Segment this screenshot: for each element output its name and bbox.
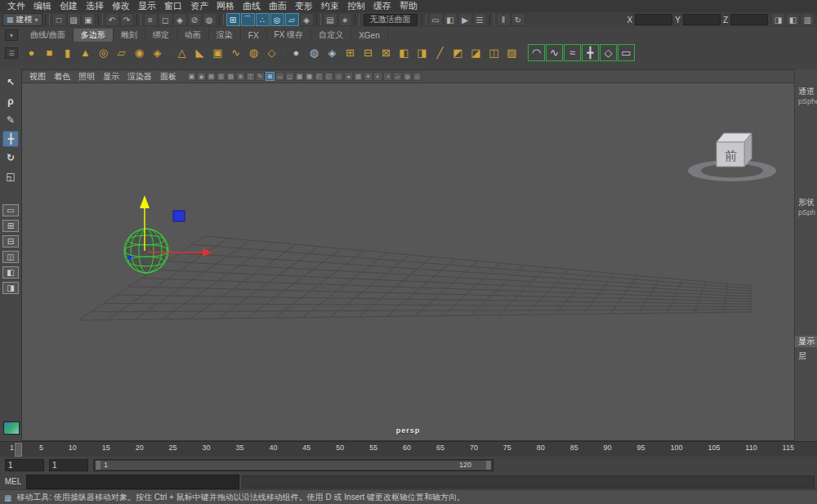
channel-box-toggle-icon[interactable]: ▥ [801,13,815,26]
range-slider[interactable]: 1 120 [93,459,493,471]
poly-cone-icon[interactable]: ▲ [77,44,94,61]
shelf-tab-rendering[interactable]: 渲染 [209,29,241,42]
relax-brush-icon[interactable]: ≈ [564,44,581,61]
bevel-icon[interactable]: ◪ [467,44,484,61]
isolate-select-icon[interactable]: ◎ [413,72,422,81]
shelf-tab-sculpt[interactable]: 雕刻 [114,29,145,42]
shelf-tab-fx[interactable]: FX [241,29,267,42]
menu-item[interactable]: 窗口 [160,0,186,12]
range-slider-range[interactable] [96,461,491,470]
menu-item[interactable]: 创建 [56,0,82,12]
image-plane-icon[interactable]: ▧ [226,72,235,81]
menu-item[interactable]: 修改 [108,0,134,12]
panel-menu-item[interactable]: 照明 [74,71,99,83]
grid-toggle-icon[interactable]: ⊞ [266,72,275,81]
layout-two-pane-side-icon[interactable]: ◫ [2,251,19,263]
select-hierarchy-icon[interactable]: ≡ [144,13,158,26]
render-frame-icon[interactable]: ▭ [429,13,443,26]
layout-four-pane-icon[interactable]: ⊞ [2,220,19,232]
shelf-tab-animation[interactable]: 动画 [177,29,209,42]
time-slider[interactable]: 1510152025303540455055606570758085909510… [0,441,817,458]
resolution-gate-icon[interactable]: ◻ [285,72,294,81]
menu-item[interactable]: 网格 [212,0,239,12]
poly-cylinder-icon[interactable]: ▮ [59,44,76,61]
menu-item[interactable]: 变形 [291,0,317,12]
menu-item[interactable]: 编辑 [29,0,56,12]
sculpt-tool-icon[interactable]: ◠ [528,44,545,61]
tool-settings-toggle-icon[interactable]: ◧ [786,13,800,26]
view-cube-gizmo[interactable]: 前 [688,133,776,181]
lock-camera-icon[interactable]: ◉ [197,72,206,81]
layout-two-pane-stacked-icon[interactable]: ⊟ [2,235,19,248]
display-tab[interactable]: 显示 [795,336,817,347]
open-scene-icon[interactable]: ▨ [67,13,81,26]
combine-icon[interactable]: ⊞ [342,44,359,61]
outliner-persp-layout-icon[interactable] [3,421,20,435]
panel-menu-item[interactable]: 显示 [99,71,123,83]
snap-to-point-icon[interactable]: ∴ [256,13,270,26]
boolean-difference-icon[interactable]: ◨ [413,44,431,61]
highlight-selection-icon[interactable]: ◍ [203,13,217,26]
menu-item[interactable]: 帮助 [395,0,422,12]
scale-tool-icon[interactable]: ◱ [2,168,19,185]
refresh-icon[interactable]: ↻ [511,13,525,26]
viewport[interactable]: 前 [22,83,794,440]
grease-pencil-icon[interactable]: ✎ [256,72,265,81]
layers-menu[interactable]: 层 [798,350,806,362]
menu-item[interactable]: 显示 [134,0,160,12]
new-scene-icon[interactable]: □ [52,13,66,26]
menu-item[interactable]: 资产 [186,0,212,12]
2d-pan-zoom-icon[interactable]: ⊕ [236,72,245,81]
range-start-grip[interactable] [96,461,100,470]
poly-plane-icon[interactable]: ▱ [113,44,130,61]
ao-icon[interactable]: ◑ [383,72,392,81]
smooth-brush-icon[interactable]: ∿ [546,44,563,61]
extrude-icon[interactable]: ◩ [449,44,467,61]
poly-sphere-object[interactable] [124,229,168,273]
select-component-icon[interactable]: ◈ [173,13,187,26]
camera-attributes-icon[interactable]: ▤ [207,72,216,81]
bridge-icon[interactable]: ◫ [485,44,502,61]
construction-history-icon[interactable]: ∗ [338,13,352,26]
textured-icon[interactable]: ▨ [354,72,363,81]
safe-action-icon[interactable]: ◰ [315,72,324,81]
anti-alias-icon[interactable]: ▱ [393,72,402,81]
layout-outliner-persp-icon[interactable]: ◨ [2,282,19,294]
z-axis-handle[interactable] [173,211,185,221]
shelf-tab-curves-surfaces[interactable]: 曲线/曲面 [23,29,74,42]
menu-set-selector[interactable]: ▦ 建模 ▾ [2,13,42,26]
shelf-tab-fx-caching[interactable]: FX 缓存 [267,29,312,42]
smooth-mesh-icon[interactable]: ● [288,44,305,61]
menu-item[interactable]: 控制 [343,0,369,12]
input-operations-icon[interactable]: ▤ [324,13,337,26]
poly-pipe-icon[interactable]: ▣ [209,44,226,61]
safe-title-icon[interactable]: ◱ [324,72,333,81]
render-sequence-icon[interactable]: ▶ [458,13,472,26]
z-coordinate-field[interactable] [730,14,768,25]
undo-icon[interactable]: ↶ [105,13,119,26]
lights-icon[interactable]: ☀ [364,72,373,81]
lock-selection-icon[interactable]: ⊘ [188,13,202,26]
menu-item[interactable]: 曲线 [239,0,265,12]
grab-brush-icon[interactable]: ╋ [582,44,599,61]
attribute-editor-toggle-icon[interactable]: ◨ [771,13,785,26]
shelf-tab-custom[interactable]: 自定义 [311,29,351,42]
select-camera-icon[interactable]: ▣ [187,72,196,81]
super-ellipse-icon[interactable]: ◇ [263,44,280,61]
snap-to-projected-center-icon[interactable]: ◎ [270,13,284,26]
command-language-toggle[interactable]: MEL [0,477,26,486]
poly-soccer-ball-icon[interactable]: ◍ [245,44,262,61]
multi-cut-icon[interactable]: ╱ [431,44,449,61]
poly-disc-icon[interactable]: ◉ [131,44,148,61]
poly-sphere-icon[interactable]: ● [23,44,40,61]
field-chart-icon[interactable]: ▦ [305,72,314,81]
poly-cube-icon[interactable]: ■ [41,44,58,61]
ipr-render-icon[interactable]: ◧ [444,13,458,26]
poly-helix-icon[interactable]: ∿ [227,44,244,61]
xray-icon[interactable]: ◍ [403,72,412,81]
quad-draw-icon[interactable]: ▨ [503,44,520,61]
shelf-tab-menu-icon[interactable]: ▾ [5,29,18,41]
poly-prism-icon[interactable]: ◣ [191,44,208,61]
item[interactable]: ⋮ [521,44,527,61]
shadows-icon[interactable]: ◐ [373,72,382,81]
